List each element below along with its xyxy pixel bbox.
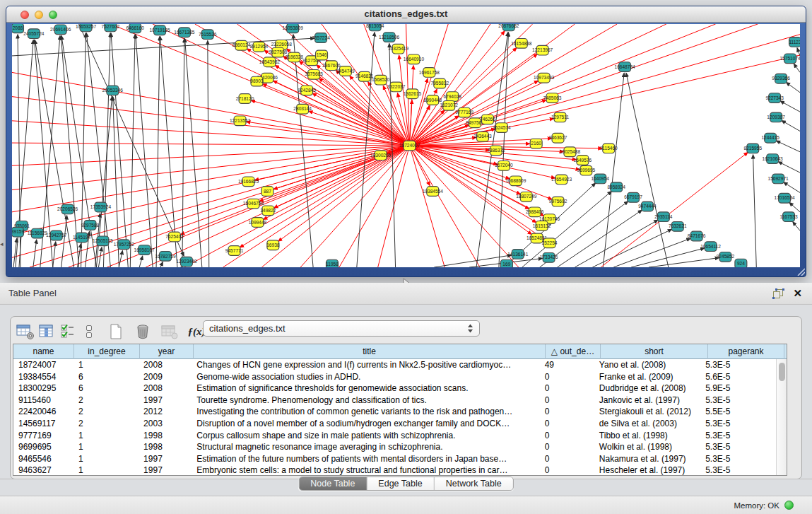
graph-node[interactable]: 16938 [266,240,280,250]
graph-node[interactable]: 17654923 [551,175,572,185]
graph-node[interactable]: 10025488 [560,147,581,157]
graph-node[interactable]: 12923448 [176,257,197,267]
graph-node[interactable]: 2160 [530,139,542,148]
graph-node[interactable]: 11123 [789,37,800,47]
table-row[interactable]: 977716911998Corpus callosum shape and si… [13,430,776,442]
table-row[interactable]: 969969511998Structural magnetic resonanc… [13,441,776,453]
graph-node[interactable]: 9777169 [455,107,473,117]
graph-node[interactable]: 1546 [316,50,328,60]
graph-node[interactable]: 2718120 [236,94,254,104]
graph-node[interactable]: 1621072 [440,100,458,110]
graph-node[interactable]: 9975692 [549,197,567,206]
graph-node[interactable]: 7527602 [102,24,120,32]
graph-node[interactable]: 10653257 [76,24,97,32]
graph-node[interactable]: 17353924 [90,202,112,212]
graph-node[interactable]: 169 [500,259,512,267]
graph-node[interactable]: 7955812 [431,78,449,88]
import-table-icon[interactable] [159,322,180,341]
graph-node[interactable]: 2088 [12,24,23,33]
tab-node-table[interactable]: Node Table [299,477,367,490]
graph-node[interactable]: 9297588 [81,221,100,230]
table-row[interactable]: 1456911722003Disruption of a novel membe… [13,418,776,430]
graph-node[interactable]: 16782759 [155,252,176,262]
graph-node[interactable]: 11958 [326,259,339,267]
graph-node[interactable]: 16154838 [511,39,532,49]
graph-node[interactable]: 887 [261,187,273,197]
graph-node[interactable]: 15692971 [768,174,789,184]
graph-node[interactable]: 349822 [260,206,276,216]
table-selector-combo[interactable]: citations_edges.txt [203,320,480,337]
graph-node[interactable]: 8912954 [250,42,269,52]
table-vertical-scrollbar[interactable] [776,359,787,475]
graph-node[interactable]: 1167533 [780,212,798,222]
graph-node[interactable]: 98903 [250,76,264,86]
graph-node[interactable]: 16640910 [404,54,425,64]
graph-node[interactable]: 10688609 [505,176,526,186]
table-row[interactable]: 1938455462009Genome-wide association stu… [13,371,776,383]
graph-node[interactable]: 17957252 [114,240,135,250]
column-header-title[interactable]: title [194,344,546,359]
graph-node[interactable]: 19384554 [423,187,444,197]
graph-node[interactable]: 1362615 [404,89,422,99]
graph-node[interactable]: 9115460 [600,144,618,153]
graph-node[interactable]: 1733426 [540,252,558,262]
graph-node[interactable]: 13218506 [379,33,400,42]
graph-node[interactable]: 16961758 [419,68,440,78]
graph-node[interactable]: 1649576 [574,156,592,165]
graph-node[interactable]: 10654112 [700,242,721,252]
scrollbar-thumb[interactable] [779,363,785,381]
graph-node[interactable]: 8813054 [366,24,384,31]
column-header-pagerank[interactable]: pagerank [708,344,784,359]
table-row[interactable]: 946362711997Embryonic stem cells: a mode… [13,465,776,475]
graph-node[interactable]: 9699695 [577,165,596,175]
graph-node[interactable]: 924 [735,259,747,267]
memory-ok-indicator[interactable] [784,501,794,510]
show-columns-icon[interactable] [36,322,57,341]
table-row[interactable]: 946554611997Estimation of the future num… [13,453,776,465]
graph-node[interactable]: 7625402 [165,232,184,242]
graph-node[interactable]: 3375685 [305,70,323,80]
graph-node[interactable]: 20206526 [57,204,78,214]
graph-node[interactable]: 14136141 [507,250,529,259]
network-canvas[interactable]: 1872400718300295193845548860124891295423… [12,24,800,267]
graph-node[interactable]: 8215955 [744,144,763,153]
select-columns-icon[interactable] [57,322,78,341]
graph-node[interactable]: 8958924 [607,182,625,192]
graph-node[interactable]: 2803144 [293,104,312,114]
graph-node[interactable]: 7515526 [199,30,217,40]
column-header-name[interactable]: name [13,344,74,359]
graph-node[interactable]: 20691406 [50,25,71,35]
graph-node[interactable]: 10325419 [388,44,409,54]
graph-node[interactable]: 1640954 [591,174,609,184]
graph-node[interactable]: 12942757 [46,230,67,240]
graph-node[interactable]: 17016534 [775,193,796,203]
graph-node[interactable]: 15046758 [243,199,264,209]
graph-node[interactable]: 15751074 [779,54,800,64]
column-header-year[interactable]: year [140,344,194,359]
table-row[interactable]: 2242004622012Investigating the contribut… [13,406,776,418]
graph-node[interactable]: 11156829 [28,228,48,238]
graph-node[interactable]: 9457771 [225,246,244,256]
graph-node[interactable]: 9474444 [638,201,657,211]
graph-node[interactable]: 8471676 [688,231,706,241]
collapse-west-panel-icon[interactable]: ◂ [0,240,4,247]
column-header-short[interactable]: short [601,344,708,359]
graph-node[interactable]: 9329366 [772,74,790,83]
float-panel-icon[interactable] [772,288,784,299]
graph-node[interactable]: 9463627 [549,133,567,143]
tab-edge-table[interactable]: Edge Table [367,477,434,490]
graph-node[interactable]: 20876682 [498,24,519,31]
table-settings-icon[interactable] [15,322,36,341]
close-panel-icon[interactable]: ✕ [793,287,802,300]
window-resize-grip[interactable] [796,267,805,276]
column-header-out_degree[interactable]: △ out_de… [546,344,601,359]
create-table-icon[interactable] [105,322,126,341]
graph-node[interactable]: 10719185 [149,25,170,35]
graph-node[interactable]: 1297511 [551,112,569,122]
graph-node[interactable]: 16648784 [615,62,636,72]
graph-node[interactable]: 39159 [12,227,24,237]
graph-node[interactable]: 252254 [542,238,558,248]
delete-table-icon[interactable] [132,322,153,341]
graph-node[interactable]: 16053809 [283,24,304,33]
graph-node[interactable]: 12505115 [93,236,113,246]
